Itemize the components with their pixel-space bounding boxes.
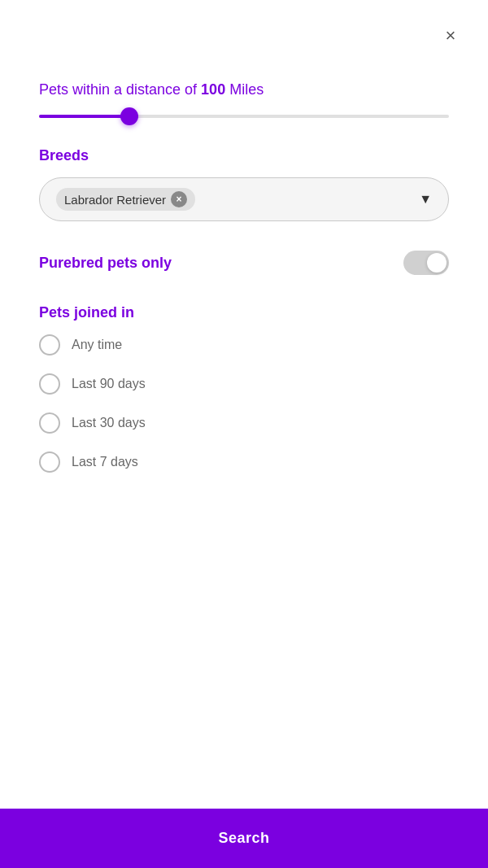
radio-circle-any-time — [39, 334, 60, 355]
close-icon: × — [446, 25, 456, 46]
chevron-down-icon: ▼ — [419, 192, 432, 207]
search-button[interactable]: Search — [0, 809, 488, 868]
distance-section: Pets within a distance of 100 Miles — [39, 81, 449, 118]
radio-circle-7-days — [39, 451, 60, 473]
radio-item-30-days[interactable]: Last 30 days — [39, 412, 449, 434]
breed-tag-remove-button[interactable]: × — [171, 191, 187, 207]
distance-unit: Miles — [225, 81, 264, 98]
pets-joined-options: Any time Last 90 days Last 30 days Last … — [39, 334, 449, 473]
radio-circle-90-days — [39, 373, 60, 395]
toggle-knob — [427, 253, 447, 273]
purebred-label: Purebred pets only — [39, 255, 172, 272]
breeds-selected-list: Labrador Retriever × — [56, 188, 195, 211]
breed-tag: Labrador Retriever × — [56, 188, 195, 211]
distance-label-prefix: Pets within a distance of — [39, 81, 201, 98]
radio-label-90-days: Last 90 days — [72, 377, 146, 391]
radio-label-30-days: Last 30 days — [72, 416, 146, 430]
breeds-title: Breeds — [39, 147, 449, 164]
breeds-section: Breeds Labrador Retriever × ▼ — [39, 147, 449, 221]
radio-item-any-time[interactable]: Any time — [39, 334, 449, 355]
purebred-toggle[interactable] — [403, 251, 449, 275]
pets-joined-section: Pets joined in Any time Last 90 days Las… — [39, 304, 449, 473]
distance-value: 100 — [201, 81, 225, 98]
breed-tag-label: Labrador Retriever — [64, 193, 166, 207]
distance-slider-container[interactable] — [39, 115, 449, 118]
distance-label: Pets within a distance of 100 Miles — [39, 81, 449, 98]
radio-label-any-time: Any time — [72, 338, 122, 352]
radio-item-90-days[interactable]: Last 90 days — [39, 373, 449, 395]
close-button[interactable]: × — [438, 23, 464, 49]
purebred-row: Purebred pets only — [39, 251, 449, 275]
radio-item-7-days[interactable]: Last 7 days — [39, 451, 449, 473]
search-button-container: Search — [0, 809, 488, 868]
radio-label-7-days: Last 7 days — [72, 455, 138, 469]
pets-joined-title: Pets joined in — [39, 304, 449, 321]
radio-circle-30-days — [39, 412, 60, 434]
breeds-dropdown[interactable]: Labrador Retriever × ▼ — [39, 177, 449, 221]
